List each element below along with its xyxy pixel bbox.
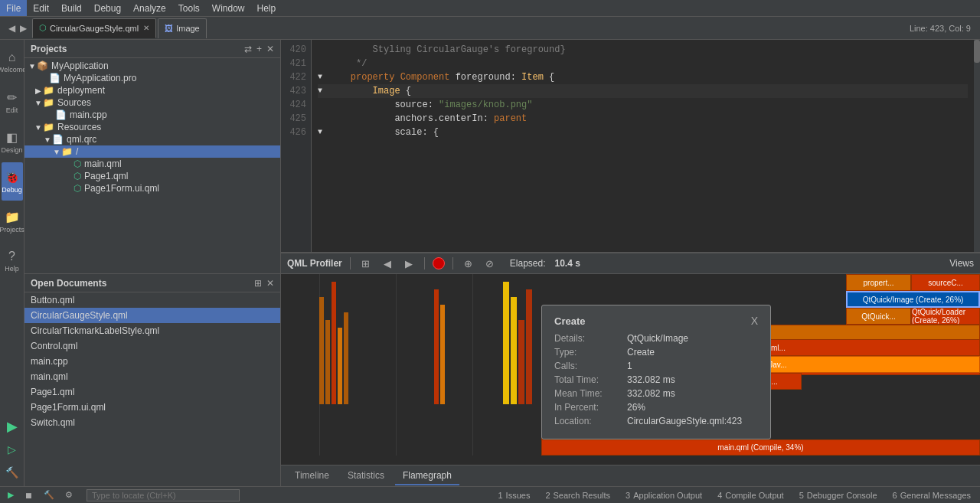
tree-item-pro[interactable]: ▶ 📄 MyApplication.pro — [24, 72, 280, 84]
sidebar-edit-btn[interactable]: ✏ Edit — [2, 83, 23, 121]
histogram-svg — [281, 274, 541, 456]
editor-scrollbar[interactable] — [974, 40, 980, 252]
close-docs-icon[interactable]: ✕ — [266, 278, 274, 289]
fold-422[interactable]: ▼ — [318, 70, 328, 84]
tab-back-arrow[interactable]: ◀ — [6, 23, 18, 34]
status-stop-btn[interactable]: ⏹ — [20, 488, 38, 503]
sidebar-help-btn[interactable]: ? Help — [2, 242, 23, 280]
run-btn[interactable]: ▶ — [2, 416, 23, 437]
menu-file[interactable]: File — [0, 0, 27, 16]
resources-expand[interactable]: ▼ — [34, 123, 43, 132]
doc-switch[interactable]: Switch.qml — [24, 415, 280, 430]
tree-item-mainqml[interactable]: ▶ ⬡ main.qml — [24, 158, 280, 170]
status-search-input[interactable] — [87, 489, 240, 501]
menu-edit[interactable]: Edit — [27, 0, 55, 16]
root-label: MyApplication — [51, 60, 109, 71]
status-tab-issues[interactable]: 1 Issues — [492, 491, 536, 500]
status-build-btn[interactable]: 🔨 — [39, 488, 59, 503]
doc-control[interactable]: Control.qml — [24, 338, 280, 354]
flame-qtquick-loader[interactable]: QtQuick/Loader (Create, 26%) — [911, 308, 980, 325]
code-area[interactable]: Styling CircularGauge's foreground} */ ▼… — [312, 40, 974, 252]
close-panel-icon[interactable]: ✕ — [266, 44, 274, 54]
code-line-426: ▼ scale: { — [318, 126, 968, 139]
tree-item-qmlqrc[interactable]: ▼ 📄 qml.qrc — [24, 133, 280, 145]
doc-page1form[interactable]: Page1Form.ui.qml — [24, 400, 280, 415]
close-tab-icon[interactable]: ✕ — [143, 24, 149, 32]
fold-423[interactable]: ▼ — [318, 84, 328, 98]
views-btn[interactable]: Views — [949, 258, 974, 269]
zoom-in-btn[interactable]: ◀ — [380, 256, 395, 271]
rootfolder-expand[interactable]: ▼ — [52, 148, 61, 156]
menu-window[interactable]: Window — [206, 0, 251, 16]
tab-flamegraph[interactable]: Flamegraph — [395, 467, 459, 485]
flame-qtquick2[interactable]: QtQuick... — [846, 308, 911, 325]
menu-tools[interactable]: Tools — [172, 0, 206, 16]
status-tab-debugger-console[interactable]: 5 Debugger Console — [793, 491, 884, 500]
deploy-expand[interactable]: ▶ — [34, 87, 43, 95]
doc-page1[interactable]: Page1.qml — [24, 384, 280, 400]
popup-row-total: Total Time: 332.082 ms — [554, 374, 758, 385]
menu-debug[interactable]: Debug — [88, 0, 127, 16]
profiler-chart-area: sourceC... propert... QtQuick/Image (Cre… — [281, 274, 980, 486]
tree-item-deployment[interactable]: ▶ 📁 deployment — [24, 84, 280, 96]
build-btn[interactable]: 🔨 — [2, 462, 23, 483]
record-btn[interactable] — [433, 257, 445, 269]
popup-val-location: CircularGaugeStyle.qml:423 — [627, 416, 742, 426]
status-tab-general-messages[interactable]: 6 General Messages — [887, 491, 977, 500]
tree-item-page1[interactable]: ▶ ⬡ Page1.qml — [24, 170, 280, 182]
tab-timeline[interactable]: Timeline — [287, 467, 337, 485]
tree-item-sources[interactable]: ▼ 📁 Sources — [24, 96, 280, 109]
tab-image[interactable]: 🖼 Image — [158, 18, 207, 38]
tab-statistics[interactable]: Statistics — [340, 467, 392, 485]
sources-expand[interactable]: ▼ — [34, 99, 43, 107]
zoom-fit-btn[interactable]: ⊞ — [358, 256, 374, 271]
tab-nav-left[interactable]: ◀ ▶ — [3, 23, 32, 34]
flame-main-compile[interactable]: main.qml (Compile, 34%) — [541, 439, 980, 456]
sources-folder-icon: 📁 — [43, 97, 54, 108]
popup-close-btn[interactable]: X — [751, 315, 758, 327]
sidebar-welcome-btn[interactable]: ⌂ Welcome — [2, 43, 23, 81]
tab-forward-arrow[interactable]: ▶ — [18, 23, 29, 34]
flame-sourcec[interactable]: sourceC... — [911, 274, 980, 291]
fold-426[interactable]: ▼ — [318, 126, 328, 139]
menu-build[interactable]: Build — [55, 0, 88, 16]
sync-icon[interactable]: ⇄ — [244, 44, 252, 54]
doc-circular-tickmark[interactable]: CircularTickmarkLabelStyle.qml — [24, 323, 280, 338]
popup-row-type: Type: Create — [554, 347, 758, 358]
clear-btn[interactable]: ⊕ — [461, 256, 476, 271]
doc-button-qml[interactable]: Button.qml — [24, 292, 280, 308]
add-icon[interactable]: + — [256, 44, 262, 54]
filter-btn[interactable]: ⊘ — [482, 256, 498, 271]
status-settings-btn[interactable]: ⚙ — [60, 488, 77, 503]
code-line-421: */ — [318, 57, 968, 70]
flame-propert-top[interactable]: propert... — [846, 274, 911, 291]
status-left-buttons: ▶ ⏹ 🔨 ⚙ — [0, 488, 80, 503]
menu-help[interactable]: Help — [251, 0, 283, 16]
doc-circular-gauge[interactable]: CircularGaugeStyle.qml — [24, 308, 280, 323]
scrollbar-thumb[interactable] — [974, 40, 980, 63]
sidebar-debug-btn[interactable]: 🐞 Debug — [2, 162, 23, 201]
root-expand[interactable]: ▼ — [28, 62, 37, 70]
status-tab-app-output[interactable]: 3 Application Output — [619, 491, 708, 500]
doc-main-cpp[interactable]: main.cpp — [24, 354, 280, 369]
split-view-icon[interactable]: ⊞ — [254, 278, 262, 289]
tree-item-page1form[interactable]: ▶ ⬡ Page1Form.ui.qml — [24, 182, 280, 194]
tree-item-resources[interactable]: ▼ 📁 Resources — [24, 121, 280, 133]
sidebar-projects-btn[interactable]: 📁 Projects — [2, 202, 23, 240]
status-run-btn[interactable]: ▶ — [3, 488, 18, 503]
timeline-area — [281, 274, 541, 456]
flame-qtquick-image[interactable]: QtQuick/Image (Create, 26%) — [846, 291, 980, 308]
qmlqrc-expand[interactable]: ▼ — [43, 136, 52, 144]
code-editor: 420421422423424425426 Styling CircularGa… — [281, 40, 980, 253]
menu-analyze[interactable]: Analyze — [127, 0, 172, 16]
tab-circular-gauge-style[interactable]: ⬡ CircularGaugeStyle.qml ✕ — [32, 18, 156, 38]
status-tab-compile-output[interactable]: 4 Compile Output — [711, 491, 790, 500]
status-tab-search-results[interactable]: 2 Search Results — [539, 491, 616, 500]
debug-run-btn[interactable]: ▷ — [2, 439, 23, 460]
tree-item-root-folder[interactable]: ▼ 📁 / — [24, 145, 280, 158]
zoom-out-btn[interactable]: ▶ — [401, 256, 416, 271]
tree-root[interactable]: ▼ 📦 MyApplication — [24, 60, 280, 72]
tree-item-maincpp[interactable]: ▶ 📄 main.cpp — [24, 109, 280, 121]
sidebar-design-btn[interactable]: ◧ Design — [2, 122, 23, 161]
doc-main-qml[interactable]: main.qml — [24, 369, 280, 384]
